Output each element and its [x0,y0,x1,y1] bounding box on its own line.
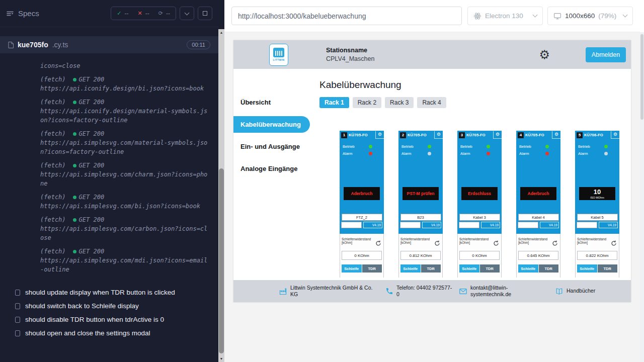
refresh-icon[interactable] [493,240,499,246]
sidebar-item-kabelueberwachung[interactable]: Kabelüberwachung [233,116,310,133]
cable-name: B23 [400,214,441,221]
alarm-led [545,152,549,155]
test-item[interactable]: should switch back to Schleife display [0,299,218,313]
footer-phone[interactable]: Telefon: 04402 972577-0 [385,285,454,298]
betrieb-led [604,145,608,148]
cable-name: Kabel 3 [459,214,500,221]
card-settings-icon[interactable]: ⚙ [434,131,443,139]
log-prefix: (fetch) [40,161,66,170]
card-settings-icon[interactable]: ⚙ [493,131,502,139]
log-entry[interactable]: (fetch)GET 200 https://api.simplesvg.com… [40,193,210,211]
test-item[interactable]: should disable TDR button when tdrActive… [0,313,218,326]
log-url: https://api.simplesvg.com/carbon.json?ic… [40,224,210,242]
test-item[interactable]: should open and close the settings modal [0,326,218,340]
schleife-button[interactable]: Schleife [518,264,538,273]
viewport-size: 1000x660 [565,12,595,20]
footer-company[interactable]: Littwin Systemtechnik GmbH & Co. KG [279,285,378,298]
log-entry[interactable]: icons=close [40,61,210,70]
address-input[interactable] [231,7,462,25]
tdr-button[interactable]: TDR [362,264,382,273]
card-model: KÜ705-FO [349,133,368,137]
reporter-scrollbar[interactable]: ▲ ▼ [218,0,224,362]
spare-field [518,222,538,228]
log-entry[interactable]: (fetch)GET 200 https://api.simplesvg.com… [40,215,210,242]
firmware-version: V4.19 [599,222,618,228]
sidebar-item-ein-und-ausgaenge[interactable]: Ein- und Ausgänge [233,138,310,155]
tab-rack-2[interactable]: Rack 2 [353,97,381,108]
scroll-down-icon[interactable]: ▼ [218,357,224,360]
device-card: 5 KÜ706-FO ⚙ Betrieb Alarm 10 ISO MOhm [575,131,619,278]
cable-name: Kabel 5 [577,214,618,221]
refresh-icon[interactable] [552,240,558,246]
logout-button[interactable]: Abmelden [586,47,626,62]
spec-name: kue705fo [18,41,48,49]
tdr-button[interactable]: TDR [421,264,441,273]
alarm-led [369,152,372,155]
betrieb-led [545,145,549,148]
app-sidebar: Übersicht Kabelüberwachung Ein- und Ausg… [233,69,310,280]
scroll-up-icon[interactable]: ▲ [218,31,224,34]
specs-menu-icon [6,10,14,18]
viewport-select[interactable]: 1000x660 (79%) [547,7,633,25]
tdr-button[interactable]: TDR [480,264,500,273]
footer-manuals[interactable]: Handbücher [555,287,595,296]
log-entry[interactable]: (fetch)GET 200 https://api.simplesvg.com… [40,129,210,156]
sidebar-item-analoge-eingaenge[interactable]: Analoge Eingänge [233,160,310,177]
resistance-value: 0.812 KOhm [400,251,441,260]
log-prefix: (fetch) [40,129,66,138]
resistance-value: 0.645 KOhm [518,251,558,260]
scrollbar-thumb[interactable] [219,168,224,353]
log-entry[interactable]: (fetch)GET 200 https://api.iconify.desig… [40,75,210,93]
status-ok-dot [73,250,76,253]
log-status: GET 200 [79,75,105,84]
test-title: should open and close the settings modal [25,329,150,337]
browser-select[interactable]: Electron 130 [467,7,543,25]
refresh-icon[interactable] [611,240,617,246]
schleife-button[interactable]: Schleife [577,264,597,273]
tdr-button[interactable]: TDR [598,264,618,273]
schleife-button[interactable]: Schleife [342,264,362,273]
phone-number: Telefon: 04402 972577-0 [396,285,454,298]
refresh-icon[interactable] [434,240,440,246]
stop-button[interactable] [198,7,212,20]
schleife-button[interactable]: Schleife [400,264,421,273]
screen: Specs ✓-- ✕-- ⟳-- kue705fo .cy.ts 00:11 [0,0,644,362]
tdr-button[interactable]: TDR [539,264,559,273]
sidebar-item-uebersicht[interactable]: Übersicht [233,94,310,111]
betrieb-label: Betrieb [343,144,355,149]
tab-rack-3[interactable]: Rack 3 [385,97,414,108]
scrollbar-thumb[interactable] [640,34,643,120]
log-entry[interactable]: (fetch)GET 200 https://api.simplesvg.com… [40,247,210,274]
alarm-led [428,152,431,155]
spec-file-header[interactable]: kue705fo .cy.ts 00:11 [0,36,218,53]
iso-value: 10 [594,189,601,195]
footer-email[interactable]: kontakt@littwin-systemtechnik.de [459,285,532,298]
tab-rack-4[interactable]: Rack 4 [417,97,446,108]
collapse-button[interactable] [180,7,194,20]
app-body: Übersicht Kabelüberwachung Ein- und Ausg… [233,69,631,280]
card-settings-icon[interactable]: ⚙ [552,131,560,139]
device-card: 4 KÜ705-FO ⚙ Betrieb Alarm Aderbruch Kab… [516,131,560,278]
spare-field [459,222,479,228]
schleife-button[interactable]: Schleife [459,264,479,273]
page-scrollbar[interactable] [640,0,644,362]
card-settings-icon[interactable]: ⚙ [611,131,619,139]
log-entry[interactable]: (fetch)GET 200 https://api.iconify.desig… [40,98,210,125]
tab-rack-1[interactable]: Rack 1 [319,97,349,108]
log-status: GET 200 [79,215,105,224]
settings-gear-icon[interactable]: ⚙ [539,49,550,61]
card-settings-icon[interactable]: ⚙ [375,131,384,139]
specs-nav[interactable]: Specs [6,9,39,18]
measurement-panel: Schleifenwiderstand [kOhm] 0.812 KOhm Sc… [398,234,443,278]
station-name: CPLV4_Maschen [326,55,374,62]
firmware-version: V4.19 [481,222,500,228]
refresh-icon[interactable] [375,240,381,246]
page-title: Kabelüberwachung [319,79,631,90]
phone-icon [385,287,393,295]
log-prefix: (fetch) [40,98,66,107]
betrieb-label: Betrieb [401,144,414,149]
log-entry[interactable]: (fetch)GET 200 https://api.simplesvg.com… [40,161,210,188]
monitor-icon [553,12,561,20]
passed-count: -- [125,10,129,17]
test-item[interactable]: should update display when TDR button is… [0,286,218,299]
